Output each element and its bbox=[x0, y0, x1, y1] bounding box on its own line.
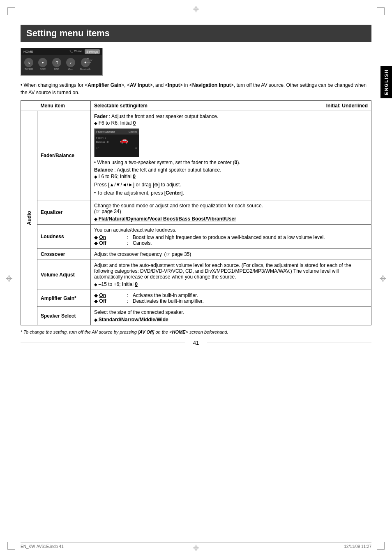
balance-heading: Balance bbox=[94, 167, 113, 173]
balance-initial: 0 bbox=[133, 174, 136, 179]
page-line-right bbox=[207, 343, 371, 343]
tuner-icon: ♫ bbox=[24, 58, 33, 67]
settings-table: Menu item Selectable setting/item Initia… bbox=[21, 100, 371, 325]
fader-heading: Fader bbox=[94, 114, 108, 119]
fader-center-val: 0 bbox=[235, 160, 238, 165]
home-label: HOME bbox=[23, 50, 33, 53]
loudness-label: Loudness bbox=[37, 225, 91, 249]
loudness-on: ◆ On : Boost low and high frequencies to… bbox=[94, 234, 368, 246]
table-row: Loudness You can activate/deactivate lou… bbox=[21, 225, 371, 249]
table-row: Volume Adjust Adjust and store the auto-… bbox=[21, 260, 371, 290]
speaker-select-desc: Select the size of the connected speaker… bbox=[94, 309, 368, 315]
corner-mark-tl bbox=[7, 7, 15, 15]
disc-label: DISC bbox=[40, 68, 46, 70]
fader-range: F6 to R6; Initial 0 bbox=[94, 119, 368, 127]
balance-range: L6 to R6; Initial 0 bbox=[94, 173, 368, 180]
audio-side-label: Audio bbox=[21, 111, 37, 325]
fader-balance-settings: Fader : Adjust the front and rear speake… bbox=[91, 111, 371, 200]
speaker-options: Standard/Narrow/Middle/Wide bbox=[94, 317, 368, 323]
nav-input-ref: Navigation Input bbox=[192, 82, 231, 88]
source-tuner: ♫ TUNER bbox=[24, 58, 33, 70]
source-disc: ● DISC bbox=[38, 58, 47, 70]
amplifier-gain-settings: ◆ On : Activates the built-in amplifier.… bbox=[91, 290, 371, 307]
table-row: Amplifier Gain* ◆ On : Activates the bui… bbox=[21, 290, 371, 307]
corner-mark-tr bbox=[377, 7, 385, 15]
language-tab: ENGLISH bbox=[380, 66, 392, 98]
loudness-off-desc: Cancels. bbox=[133, 240, 368, 246]
screenshot-box: HOME 📞 Phone Settings ♫ TUNER ● DISC bbox=[21, 48, 103, 76]
amplifier-gain-ref: Amplifier Gain bbox=[88, 82, 121, 88]
page-number-area: 41 bbox=[21, 340, 371, 346]
col-setting-item: Selectable setting/item Initial: Underli… bbox=[91, 101, 371, 111]
fader-car-icon: 🚗 bbox=[111, 136, 137, 144]
amp-on-desc: Activates the built-in amplifier. bbox=[133, 292, 368, 298]
loudness-desc: You can activate/deactivate loudness. bbox=[94, 227, 368, 233]
home-ref: HOME bbox=[172, 330, 185, 334]
amp-off-label: ◆ Off bbox=[94, 298, 127, 304]
phone-label: 📞 Phone bbox=[69, 50, 82, 53]
av-input-ref: AV Input bbox=[130, 82, 150, 88]
corner-mark-bl bbox=[7, 542, 15, 550]
fader-initial: 0 bbox=[133, 120, 136, 126]
volume-initial: 0 bbox=[135, 281, 138, 287]
file-info: EN_KW-AV61E.indb 41 bbox=[21, 544, 64, 549]
equalizer-desc: Change the sound mode or adjust and stor… bbox=[94, 203, 368, 214]
speaker-select-label: Speaker Select bbox=[37, 307, 91, 325]
fader-arrows: ↩ ⊡ bbox=[95, 146, 139, 151]
reg-mark-left bbox=[6, 275, 12, 282]
col-spacer bbox=[21, 101, 37, 111]
settings-label: Settings bbox=[85, 49, 100, 54]
speaker-select-settings: Select the size of the connected speaker… bbox=[91, 307, 371, 325]
equalizer-options: Flat/Natural/Dynamic/Vocal Boost/Bass Bo… bbox=[94, 216, 368, 222]
source-ipod: ♪ iPod bbox=[66, 58, 75, 70]
table-row: Speaker Select Select the size of the co… bbox=[21, 307, 371, 325]
clear-adjustment: To clear the adjustment, press [Center]. bbox=[94, 189, 368, 197]
corner-mark-br bbox=[377, 542, 385, 550]
reg-mark-right bbox=[380, 275, 386, 282]
page-title: Setting menu items bbox=[26, 28, 366, 39]
initial-label: Initial: Underlined bbox=[326, 103, 368, 109]
table-row: Crossover Adjust the crossover frequency… bbox=[21, 249, 371, 260]
loudness-on-desc: Boost low and high frequencies to produc… bbox=[133, 234, 368, 240]
av-off-ref: AV Off bbox=[139, 330, 153, 334]
volume-adjust-desc: Adjust and store the auto-adjustment vol… bbox=[94, 262, 368, 280]
press-adjust: Press [▲/▼/◄/►] or drag [⊕] to adjust. bbox=[94, 181, 368, 188]
screenshot-home-bar: HOME 📞 Phone Settings bbox=[21, 48, 102, 55]
volume-adjust-settings: Adjust and store the auto-adjustment vol… bbox=[91, 260, 371, 290]
fader-values: Fader : 0 Balance : 0 bbox=[96, 136, 108, 144]
fader-screenshot: Fader/Balance Center Fader : 0 Balance :… bbox=[94, 128, 139, 157]
crossover-settings: Adjust the crossover frequency. (☞ page … bbox=[91, 249, 371, 260]
fader-two-speaker: When using a two-speaker system, set the… bbox=[94, 159, 368, 166]
screenshot-area: HOME 📞 Phone Settings ♫ TUNER ● DISC bbox=[21, 48, 371, 76]
source-usb: ⊓ USB bbox=[52, 58, 61, 70]
bullet-note: • When changing settings for <Amplifier … bbox=[21, 81, 371, 96]
volume-adjust-label: Volume Adjust bbox=[37, 260, 91, 290]
ipod-label: iPod bbox=[68, 68, 73, 70]
fader-img-content: Fader : 0 Balance : 0 🚗 bbox=[95, 135, 139, 146]
input-ref: Input bbox=[168, 82, 180, 88]
usb-label: USB bbox=[54, 68, 59, 70]
bottom-bar: EN_KW-AV61E.indb 41 12/11/09 11:27 bbox=[21, 542, 371, 549]
equalizer-label: Equalizer bbox=[37, 200, 91, 225]
main-content: Setting menu items HOME 📞 Phone Settings… bbox=[21, 25, 371, 532]
bluetooth-label: Bluetooth bbox=[80, 68, 90, 70]
footnote: * To change the setting, turn off the AV… bbox=[21, 329, 371, 336]
equalizer-settings: Change the sound mode or adjust and stor… bbox=[91, 200, 371, 225]
crossover-desc: Adjust the crossover frequency. (☞ page … bbox=[94, 251, 191, 257]
ipod-icon: ♪ bbox=[66, 58, 75, 67]
usb-icon: ⊓ bbox=[52, 58, 61, 67]
loudness-settings: You can activate/deactivate loudness. ◆ … bbox=[91, 225, 371, 249]
title-bar: Setting menu items bbox=[21, 25, 371, 42]
page-number: 41 bbox=[185, 340, 207, 346]
table-row: Audio Fader/Balance Fader : Adjust the f… bbox=[21, 111, 371, 200]
forward-icon: ⊡ bbox=[135, 146, 137, 150]
amplifier-gain-label: Amplifier Gain* bbox=[37, 290, 91, 307]
reg-mark-top bbox=[193, 6, 199, 12]
page-line-left bbox=[21, 343, 185, 343]
col-menu-item: Menu item bbox=[37, 101, 91, 111]
loudness-off-label: ◆ Off bbox=[94, 240, 127, 246]
fader-balance-label: Fader/Balance bbox=[37, 111, 91, 200]
date-info: 12/11/09 11:27 bbox=[344, 544, 371, 549]
amp-off-desc: Deactivates the built-in amplifier. bbox=[133, 298, 368, 304]
volume-adjust-range: –15 to +6; Initial 0 bbox=[94, 281, 368, 287]
